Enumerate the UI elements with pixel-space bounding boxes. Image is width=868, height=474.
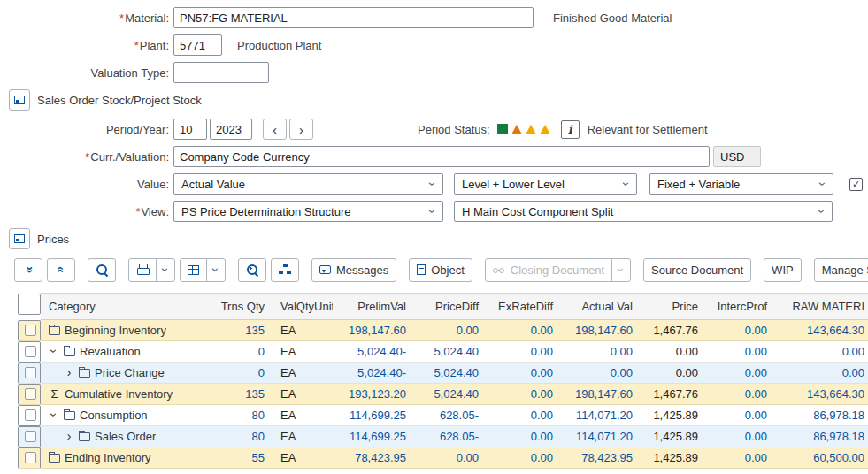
object-button-group: Object bbox=[409, 258, 472, 282]
closing-document-button[interactable]: Closing Document bbox=[485, 258, 612, 282]
cell-price_diff: 5,024.40 bbox=[414, 384, 487, 405]
column-header-price_diff[interactable]: PriceDiff bbox=[414, 294, 487, 320]
cell-category: Consumption bbox=[41, 405, 209, 426]
hierarchy-button[interactable] bbox=[271, 258, 299, 282]
next-period-button[interactable] bbox=[289, 119, 313, 140]
search-button[interactable] bbox=[88, 258, 116, 282]
source-document-button-group: Source Document bbox=[643, 258, 751, 282]
cell-category: Sales Order bbox=[41, 426, 209, 447]
cell-actual_val: 198,147.60 bbox=[561, 320, 641, 341]
cell-price: 0.00 bbox=[641, 341, 706, 363]
cell-price: 0.00 bbox=[641, 363, 706, 384]
cell-raw_materi: 0.00 bbox=[775, 363, 868, 384]
view-select[interactable]: PS Price Determination Structure bbox=[173, 201, 443, 222]
column-header-actual_val[interactable]: Actual Val bbox=[561, 294, 641, 320]
messages-button[interactable]: Messages bbox=[311, 258, 396, 282]
source-document-button[interactable]: Source Document bbox=[643, 258, 751, 282]
material-input[interactable] bbox=[173, 7, 534, 28]
period-year-input[interactable] bbox=[210, 119, 252, 140]
curr-valuation-input[interactable] bbox=[173, 146, 710, 167]
expand-node-icon[interactable] bbox=[64, 366, 74, 379]
chevron-down-icon bbox=[620, 177, 633, 191]
plant-input[interactable] bbox=[173, 34, 222, 56]
print-button[interactable] bbox=[128, 258, 157, 282]
previous-period-button[interactable] bbox=[263, 119, 287, 140]
cell-interc_prof: 0.00 bbox=[706, 447, 775, 469]
column-header-interc_prof[interactable]: IntercProf bbox=[706, 294, 775, 320]
messages-button-group: Messages bbox=[311, 258, 396, 282]
cell-price_diff: 628.05- bbox=[414, 405, 487, 426]
table-row: Price Change0EA5,024.40-5,024.400.000.00… bbox=[18, 363, 868, 384]
value-label: Value: bbox=[0, 178, 173, 191]
view-row: *View: PS Price Determination Structure … bbox=[0, 201, 868, 222]
column-header-val_qty_unit[interactable]: ValQtyUnit bbox=[273, 294, 333, 320]
cell-ex_rate_diff: 0.00 bbox=[487, 426, 561, 447]
info-icon[interactable] bbox=[561, 120, 580, 139]
cell-price_diff: 628.05- bbox=[414, 426, 487, 447]
selection-cell bbox=[18, 405, 41, 426]
wip-button[interactable]: WIP bbox=[764, 258, 802, 282]
manage-stock-coverage-button[interactable]: Manage Stock Cov bbox=[814, 258, 868, 282]
print-dropdown-button[interactable] bbox=[156, 258, 175, 282]
cell-ex_rate_diff: 0.00 bbox=[487, 320, 561, 341]
value-option-checkbox[interactable] bbox=[849, 178, 863, 191]
collapse-all-icon bbox=[55, 264, 67, 276]
cell-category: ΣCumulative Inventory bbox=[41, 384, 209, 405]
collapse-all-button[interactable] bbox=[47, 258, 75, 282]
view-select-value: PS Price Determination Structure bbox=[181, 205, 350, 218]
expand-all-button[interactable] bbox=[14, 258, 42, 282]
column-header-prelim_val[interactable]: PrelimVal bbox=[333, 294, 414, 320]
cell-price: 1,467.76 bbox=[641, 320, 706, 341]
cost-component-select[interactable]: H Main Cost Component Split bbox=[454, 201, 833, 222]
cost-type-select[interactable]: Fixed + Variable bbox=[649, 173, 833, 195]
cell-actual_val: 0.00 bbox=[561, 341, 641, 363]
folder-icon bbox=[79, 432, 90, 441]
closing-document-dropdown-button[interactable] bbox=[611, 258, 631, 282]
cell-trns_qty: 0 bbox=[209, 363, 273, 384]
cell-price_diff: 0.00 bbox=[414, 320, 487, 341]
collapse-node-icon[interactable] bbox=[49, 345, 59, 358]
column-header-price[interactable]: Price bbox=[641, 294, 706, 320]
selection-cell bbox=[18, 384, 41, 405]
plant-row: *Plant: Production Plant bbox=[0, 34, 868, 56]
cell-prelim_val: 193,123.20 bbox=[333, 384, 414, 405]
column-header-raw_materi[interactable]: RAW MATERI bbox=[775, 294, 868, 320]
level-select[interactable]: Level + Lower Level bbox=[454, 173, 637, 195]
row-checkbox[interactable] bbox=[25, 431, 36, 442]
value-select[interactable]: Actual Value bbox=[173, 173, 443, 195]
plant-description: Production Plant bbox=[237, 39, 321, 52]
expand-node-icon[interactable] bbox=[64, 430, 74, 443]
column-header-category[interactable]: Category bbox=[41, 294, 209, 320]
toolbar: MessagesObjectClosing DocumentSource Doc… bbox=[14, 257, 868, 282]
row-checkbox[interactable] bbox=[25, 452, 36, 463]
zoom-in-button[interactable] bbox=[238, 258, 266, 282]
wip-button-group: WIP bbox=[764, 258, 802, 282]
period-row: Period/Year: Period Status: Relevant for… bbox=[0, 119, 868, 140]
selection-cell bbox=[18, 363, 41, 384]
messages-button-label: Messages bbox=[336, 264, 388, 277]
selection-column-header bbox=[18, 294, 41, 315]
valuation-type-input[interactable] bbox=[173, 62, 269, 83]
collapse-section-button[interactable] bbox=[9, 89, 30, 111]
collapse-node-icon[interactable] bbox=[49, 409, 59, 422]
print-icon bbox=[136, 264, 149, 276]
row-checkbox[interactable] bbox=[25, 409, 36, 421]
material-label: *Material: bbox=[0, 11, 173, 25]
grid-view-button[interactable] bbox=[180, 258, 207, 282]
row-checkbox[interactable] bbox=[25, 346, 36, 357]
grid-view-dropdown-button[interactable] bbox=[206, 258, 226, 282]
column-header-ex_rate_diff[interactable]: ExRateDiff bbox=[487, 294, 561, 320]
object-button[interactable]: Object bbox=[409, 258, 472, 282]
status-amber-triangle-icon bbox=[526, 125, 536, 134]
column-header-trns_qty[interactable]: Trns Qty bbox=[209, 294, 273, 320]
category-label: Price Change bbox=[95, 366, 165, 379]
cell-ex_rate_diff: 0.00 bbox=[487, 363, 561, 384]
row-checkbox[interactable] bbox=[25, 325, 36, 336]
cell-interc_prof: 0.00 bbox=[706, 363, 775, 384]
row-checkbox[interactable] bbox=[25, 367, 36, 378]
row-checkbox[interactable] bbox=[25, 388, 36, 400]
collapse-section-button[interactable] bbox=[9, 228, 30, 249]
period-status-label: Period Status: bbox=[418, 123, 490, 136]
settlement-note: Relevant for Settlement bbox=[588, 123, 708, 136]
period-month-input[interactable] bbox=[173, 119, 207, 140]
